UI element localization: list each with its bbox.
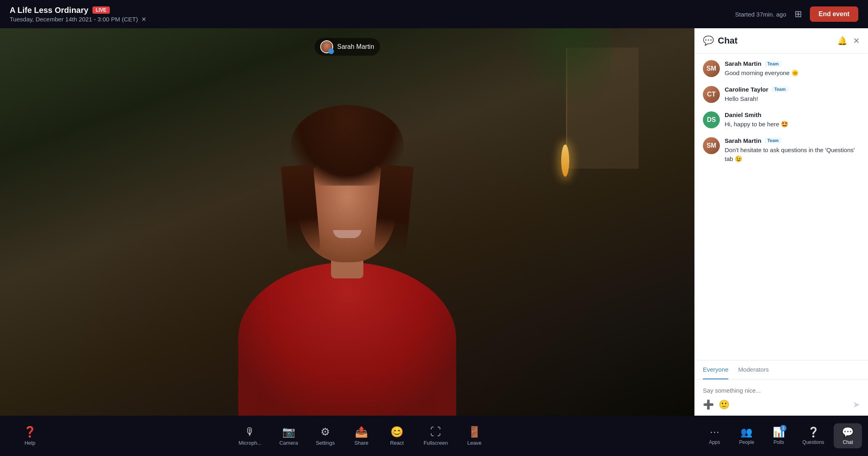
chat-close-button[interactable]: ✕ (853, 36, 860, 46)
apps-button[interactable]: ⋯ Apps (700, 423, 729, 448)
avatar-daniel: DS (703, 111, 720, 128)
polls-icon-wrap: 📊 3 (773, 427, 785, 438)
settings-icon: ⚙ (321, 426, 330, 438)
camera-button[interactable]: 📷 Camera (272, 423, 305, 449)
started-text: Started 37min. ago (735, 11, 786, 18)
chat-title-row: 💬 Chat (703, 36, 738, 46)
chat-header-actions: 🔔 ✕ (837, 36, 860, 46)
chat-notification-button[interactable]: 🔔 (837, 36, 847, 46)
react-icon: 😊 (390, 426, 403, 438)
message-sender-2: Caroline Taylor (725, 86, 768, 93)
leave-button[interactable]: 🚪 Leave (458, 423, 491, 449)
message-header-3: Daniel Smith (725, 111, 860, 118)
help-button[interactable]: ❓ Help (16, 423, 44, 449)
chat-tab-button[interactable]: 💬 Chat (834, 423, 862, 448)
chat-emoji-button[interactable]: 🙂 (719, 400, 730, 410)
avatar-sarah-2: SM (703, 137, 720, 154)
help-label: Help (25, 440, 36, 446)
speaker-avatar-wrap (320, 40, 333, 53)
share-button[interactable]: 📤 Share (345, 423, 377, 449)
camera-icon: 📷 (282, 426, 295, 438)
questions-button[interactable]: ❔ Questions (797, 423, 830, 448)
questions-label: Questions (803, 439, 824, 445)
chat-search-icon: 💬 (703, 36, 714, 46)
speaker-label: Sarah Martin (314, 38, 380, 56)
apps-label: Apps (709, 439, 720, 445)
share-label: Share (354, 440, 369, 446)
message-text-1: Good morning everyone 🌞 (725, 69, 860, 78)
message-item: CT Caroline Taylor Team Hello Sarah! (703, 86, 860, 104)
chat-send-button[interactable]: ➤ (853, 400, 860, 410)
top-bar-left: A Life Less Ordinary LIVE Tuesday, Decem… (10, 6, 147, 23)
message-sender-4: Sarah Martin (725, 137, 761, 144)
team-badge-1: Team (765, 61, 782, 67)
chat-tabs: Everyone Moderators (695, 360, 868, 379)
tab-moderators[interactable]: Moderators (738, 360, 769, 379)
react-label: React (390, 440, 404, 446)
tab-everyone[interactable]: Everyone (703, 360, 728, 379)
shuffle-icon[interactable]: ✕ (141, 16, 147, 23)
live-badge: LIVE (92, 6, 110, 14)
event-date: Tuesday, December 14th 2021 - 3:00 PM (C… (10, 16, 147, 23)
chat-messages: SM Sarah Martin Team Good morning everyo… (695, 54, 868, 360)
chat-title: Chat (718, 36, 738, 46)
help-icon: ❓ (23, 426, 36, 438)
video-background (0, 28, 694, 416)
chat-input-left: ➕ 🙂 (703, 400, 730, 410)
top-bar: A Life Less Ordinary LIVE Tuesday, Decem… (0, 0, 868, 28)
message-content-3: Daniel Smith Hi, happy to be here 🤩 (725, 111, 860, 129)
leave-label: Leave (467, 440, 481, 446)
top-bar-right: Started 37min. ago ⊞ End event (735, 6, 858, 22)
settings-label: Settings (316, 440, 335, 446)
event-date-text: Tuesday, December 14th 2021 - 3:00 PM (C… (10, 16, 138, 23)
microphone-button[interactable]: 🎙 Microph... (231, 423, 269, 449)
message-content-4: Sarah Martin Team Don't hesitate to ask … (725, 137, 860, 164)
leave-icon: 🚪 (468, 426, 481, 438)
chat-input-area: ➕ 🙂 ➤ (695, 379, 868, 416)
fullscreen-label: Fullscreen (424, 440, 448, 446)
chat-add-button[interactable]: ➕ (703, 400, 714, 410)
team-badge-2: Team (772, 86, 788, 92)
toolbar-center: 🎙 Microph... 📷 Camera ⚙ Settings 📤 Share… (231, 423, 491, 449)
apps-icon: ⋯ (710, 427, 719, 438)
people-icon: 👥 (740, 427, 753, 438)
polls-label: Polls (774, 439, 784, 445)
chat-header: 💬 Chat 🔔 ✕ (695, 28, 868, 54)
people-label: People (739, 439, 754, 445)
microphone-icon: 🎙 (245, 426, 255, 438)
settings-button[interactable]: ⚙ Settings (308, 423, 342, 449)
speaker-name: Sarah Martin (337, 43, 374, 50)
chat-panel: 💬 Chat 🔔 ✕ SM Sarah Martin Team Good mor… (694, 28, 868, 416)
bottom-section: ❓ Help 🎙 Microph... 📷 Camera ⚙ Settings … (0, 416, 868, 456)
message-text-2: Hello Sarah! (725, 94, 860, 104)
message-header-1: Sarah Martin Team (725, 60, 860, 67)
fullscreen-button[interactable]: ⛶ Fullscreen (416, 423, 455, 449)
main-toolbar: ❓ Help 🎙 Microph... 📷 Camera ⚙ Settings … (0, 416, 694, 456)
grid-icon[interactable]: ⊞ (795, 9, 802, 19)
microphone-label: Microph... (239, 440, 262, 446)
end-event-button[interactable]: End event (810, 6, 858, 22)
message-text-3: Hi, happy to be here 🤩 (725, 120, 860, 129)
react-button[interactable]: 😊 React (381, 423, 413, 449)
message-text-4: Don't hesitate to ask questions in the '… (725, 146, 860, 164)
questions-icon: ❔ (807, 427, 820, 438)
people-button[interactable]: 👥 People (732, 423, 761, 448)
toolbar-left: ❓ Help (16, 423, 44, 449)
team-badge-4: Team (765, 138, 782, 143)
message-content-1: Sarah Martin Team Good morning everyone … (725, 60, 860, 78)
message-item: SM Sarah Martin Team Don't hesitate to a… (703, 137, 860, 164)
event-title: A Life Less Ordinary (10, 6, 88, 15)
mic-active-indicator (328, 48, 334, 54)
message-header-2: Caroline Taylor Team (725, 86, 860, 93)
video-area: Sarah Martin (0, 28, 694, 416)
polls-badge: 3 (780, 425, 786, 431)
message-sender-1: Sarah Martin (725, 60, 761, 67)
polls-button[interactable]: 📊 3 Polls (765, 423, 793, 448)
message-header-4: Sarah Martin Team (725, 137, 860, 144)
message-content-2: Caroline Taylor Team Hello Sarah! (725, 86, 860, 104)
right-toolbar: ⋯ Apps 👥 People 📊 3 Polls ❔ Questions 💬 … (694, 416, 868, 456)
avatar-caroline: CT (703, 86, 720, 103)
chat-input-actions: ➕ 🙂 ➤ (703, 400, 860, 410)
chat-tab-label: Chat (843, 439, 853, 445)
chat-input[interactable] (703, 385, 860, 395)
